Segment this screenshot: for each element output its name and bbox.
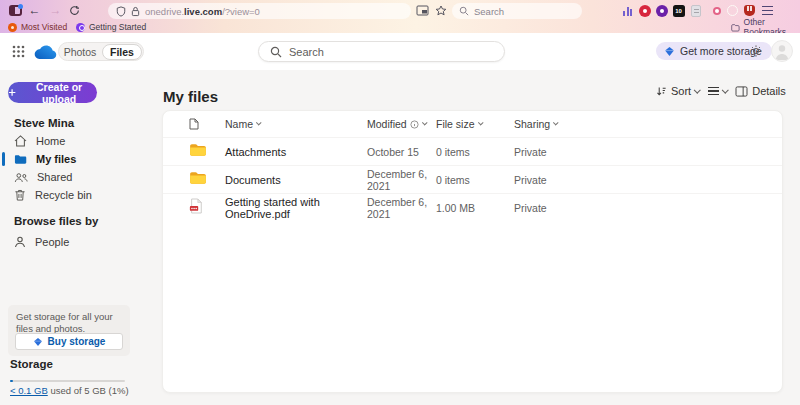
purple-circle-extension-icon[interactable]	[655, 4, 668, 17]
browser-toolbar: ← → onedrive.live.com/?view=0 Search 10	[0, 0, 800, 33]
photos-files-toggle: Photos . Files	[58, 42, 144, 61]
picture-in-picture-icon[interactable]	[414, 2, 431, 19]
reload-button[interactable]	[66, 2, 83, 19]
people-icon	[14, 172, 28, 183]
list-view-icon	[708, 87, 719, 95]
browse-files-by-header: Browse files by	[14, 215, 98, 227]
bookmarks-bar: Most Visited Getting Started Other Bookm…	[0, 21, 800, 33]
search-icon	[270, 46, 282, 58]
shield-icon[interactable]	[116, 6, 126, 17]
premium-diamond-icon	[664, 46, 675, 57]
onedrive-logo-icon[interactable]	[31, 44, 57, 60]
buy-storage-button[interactable]: Buy storage	[15, 333, 123, 350]
sidebar-item-home[interactable]: Home	[0, 132, 160, 150]
column-name[interactable]: Name	[225, 118, 367, 130]
folder-icon	[731, 23, 740, 32]
browser-search-box[interactable]: Search	[452, 3, 582, 19]
details-pane-icon	[735, 86, 748, 97]
onedrive-search-box[interactable]: Search	[258, 41, 505, 62]
home-icon	[14, 135, 27, 147]
create-or-upload-button[interactable]: Create or upload	[8, 82, 97, 103]
chevron-down-icon	[694, 86, 700, 92]
app-menu-icon[interactable]	[761, 4, 774, 17]
onedrive-header: Photos . Files Search Get more storage	[0, 33, 800, 70]
chevron-down-icon	[553, 120, 558, 125]
tab-files[interactable]: Files	[102, 44, 142, 60]
storage-section-title: Storage	[10, 358, 53, 370]
person-icon	[14, 236, 26, 248]
chevron-down-icon	[422, 120, 427, 125]
badge-10-extension-icon[interactable]: 10	[672, 4, 685, 17]
folder-icon	[189, 171, 225, 189]
browser-search-placeholder: Search	[474, 6, 504, 17]
search-icon	[459, 6, 469, 16]
info-icon	[410, 120, 419, 129]
details-button[interactable]: Details	[735, 85, 786, 97]
file-row-attachments[interactable]: Attachments October 15 0 items Private	[163, 137, 782, 165]
view-toolbar: Sort Details	[656, 85, 786, 97]
column-file-type[interactable]	[189, 118, 225, 130]
folder-blue-icon	[14, 154, 27, 165]
sidebar-item-recycle-bin[interactable]: Recycle bin	[0, 186, 160, 204]
file-row-onedrive-pdf[interactable]: Getting started with OneDrive.pdf Decemb…	[163, 193, 782, 221]
sidebar-item-people[interactable]: People	[0, 233, 160, 251]
document-icon	[189, 118, 199, 130]
red-hand-extension-icon[interactable]	[743, 4, 756, 17]
url-text: onedrive.live.com/?view=0	[145, 6, 260, 17]
selected-indicator	[2, 152, 5, 166]
account-name: Steve Mina	[14, 117, 74, 129]
tab-photos[interactable]: Photos	[59, 46, 101, 58]
sort-button[interactable]: Sort	[656, 85, 700, 97]
sort-icon	[656, 86, 667, 97]
bookmark-getting-started[interactable]: Getting Started	[76, 21, 146, 33]
app-launcher-icon[interactable]	[12, 45, 25, 58]
onedrive-search-placeholder: Search	[289, 46, 324, 58]
storage-progress-bar	[10, 380, 125, 382]
settings-gear-icon[interactable]	[749, 44, 763, 58]
folder-icon	[189, 143, 225, 161]
white-ring-extension-icon[interactable]	[726, 4, 739, 17]
sidebar: Create or upload Steve Mina Home My file…	[0, 70, 160, 405]
plus-icon	[8, 88, 16, 97]
chevron-down-icon	[256, 120, 261, 125]
back-button[interactable]: ←	[26, 2, 43, 19]
red-circle-extension-icon[interactable]	[638, 4, 651, 17]
bookmark-most-visited[interactable]: Most Visited	[8, 21, 67, 33]
file-row-documents[interactable]: Documents December 6, 2021 0 items Priva…	[163, 165, 782, 193]
promo-text: Get storage for all your files and photo…	[16, 311, 122, 335]
firefox-view-icon[interactable]	[9, 5, 22, 16]
account-avatar[interactable]	[771, 40, 793, 62]
stats-bars-extension-icon[interactable]	[621, 4, 634, 17]
screen: ← → onedrive.live.com/?view=0 Search 10	[0, 0, 800, 405]
page-title: My files	[163, 88, 218, 105]
sidebar-item-my-files[interactable]: My files	[0, 150, 160, 168]
pink-dot-extension-icon[interactable]	[710, 4, 723, 17]
file-list-card: Name Modified File size Sharing Attachme…	[162, 110, 783, 393]
storage-promo-card: Get storage for all your files and photo…	[8, 305, 130, 356]
sidebar-item-shared[interactable]: Shared	[0, 168, 160, 186]
column-file-size[interactable]: File size	[436, 118, 514, 130]
pdf-file-icon	[189, 198, 225, 218]
storage-usage-text: < 0.1 GB used of 5 GB (1%)	[10, 385, 129, 396]
storage-progress-fill	[10, 380, 13, 382]
trash-icon	[14, 189, 26, 201]
chevron-down-icon	[478, 120, 483, 125]
getting-started-icon	[76, 23, 85, 32]
forward-button[interactable]: →	[47, 2, 64, 19]
url-bar[interactable]: onedrive.live.com/?view=0	[108, 3, 411, 19]
view-options-button[interactable]	[708, 87, 728, 95]
table-header-row: Name Modified File size Sharing	[163, 111, 782, 137]
column-sharing[interactable]: Sharing	[514, 118, 782, 130]
other-bookmarks-menu[interactable]: Other Bookmarks	[731, 21, 800, 33]
bookmark-star-icon[interactable]	[432, 2, 449, 19]
lock-icon[interactable]	[131, 6, 140, 17]
chevron-down-icon	[722, 86, 728, 92]
storage-used-link[interactable]: < 0.1 GB	[10, 385, 48, 396]
notes-extension-icon[interactable]	[689, 4, 702, 17]
premium-diamond-icon	[33, 337, 43, 347]
person-silhouette-icon	[772, 41, 792, 61]
most-visited-icon	[8, 23, 17, 32]
column-modified[interactable]: Modified	[367, 118, 436, 130]
